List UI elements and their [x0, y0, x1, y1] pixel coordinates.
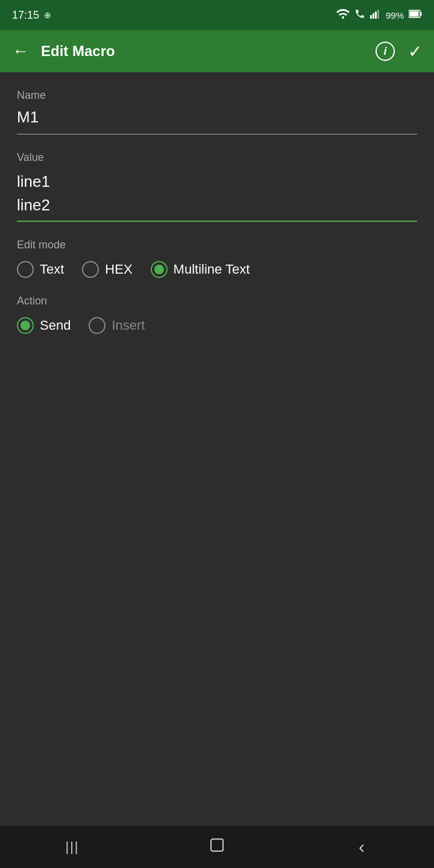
recents-icon: |||	[65, 839, 79, 855]
page-title: Edit Macro	[41, 43, 376, 60]
edit-mode-text-label: Text	[40, 262, 64, 277]
action-insert-option[interactable]: Insert	[89, 317, 145, 334]
checkmark-icon: ✓	[408, 42, 422, 61]
call-icon	[354, 8, 365, 22]
edit-mode-text-radio[interactable]	[17, 261, 34, 278]
name-field-label: Name	[17, 89, 417, 102]
time-display: 17:15	[12, 9, 39, 22]
battery-icon	[409, 10, 422, 20]
value-field-label: Value	[17, 151, 417, 164]
name-field-value[interactable]: M1	[17, 108, 417, 134]
action-group: Send Insert	[17, 317, 417, 334]
content-area: Name M1 Value line1line2 Edit mode Text …	[0, 72, 434, 826]
action-send-option[interactable]: Send	[17, 317, 71, 334]
back-nav-button[interactable]: ‹	[344, 829, 380, 865]
edit-mode-group: Text HEX Multiline Text	[17, 261, 417, 278]
confirm-button[interactable]: ✓	[408, 42, 422, 61]
signal-bars-icon	[370, 9, 381, 21]
svg-point-0	[342, 16, 344, 19]
battery-percent: 99%	[386, 10, 404, 20]
info-icon: i	[383, 45, 386, 58]
action-send-radio[interactable]	[17, 317, 34, 334]
edit-mode-multiline-label: Multiline Text	[174, 262, 250, 277]
wifi-icon	[336, 9, 350, 21]
info-button[interactable]: i	[376, 42, 395, 61]
svg-rect-4	[377, 10, 379, 19]
value-field-value[interactable]: line1line2	[17, 170, 417, 222]
recents-button[interactable]: |||	[54, 829, 90, 865]
back-button[interactable]: ←	[12, 42, 29, 61]
name-value-text: M1	[17, 108, 39, 126]
action-send-label: Send	[40, 318, 71, 333]
action-label: Action	[17, 295, 417, 307]
nav-bar: ||| ‹	[0, 826, 434, 868]
status-icons: 99%	[336, 8, 422, 22]
location-icon: ⊕	[44, 10, 51, 20]
radio-inner-dot	[154, 265, 164, 274]
svg-rect-2	[373, 13, 374, 19]
svg-rect-3	[375, 11, 377, 19]
home-button[interactable]	[199, 829, 235, 865]
status-time: 17:15 ⊕	[12, 9, 51, 22]
home-icon	[209, 837, 225, 858]
app-bar: ← Edit Macro i ✓	[0, 30, 434, 72]
app-bar-actions: i ✓	[376, 42, 422, 61]
edit-mode-multiline-option[interactable]: Multiline Text	[151, 261, 250, 278]
edit-mode-hex-label: HEX	[105, 262, 132, 277]
radio-inner-send-dot	[20, 321, 30, 330]
svg-rect-8	[211, 839, 223, 851]
edit-mode-hex-radio[interactable]	[82, 261, 99, 278]
svg-rect-7	[421, 12, 422, 16]
action-insert-radio[interactable]	[89, 317, 105, 334]
edit-mode-hex-option[interactable]: HEX	[82, 261, 132, 278]
edit-mode-multiline-radio[interactable]	[151, 261, 168, 278]
back-nav-icon: ‹	[359, 837, 365, 857]
status-bar: 17:15 ⊕ 99%	[0, 0, 434, 30]
edit-mode-label: Edit mode	[17, 239, 417, 251]
back-arrow-icon: ←	[12, 42, 29, 61]
edit-mode-text-option[interactable]: Text	[17, 261, 64, 278]
svg-rect-1	[370, 15, 372, 19]
action-insert-label: Insert	[112, 318, 145, 333]
svg-rect-6	[410, 11, 419, 17]
